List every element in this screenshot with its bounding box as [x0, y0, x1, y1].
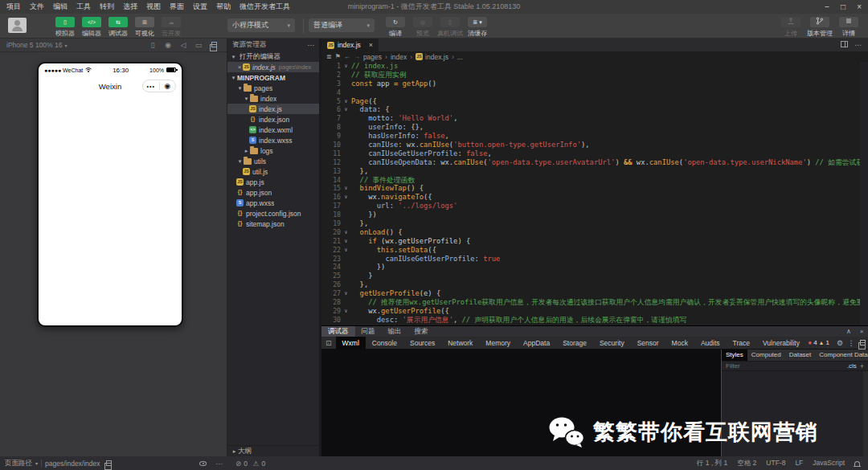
menu-界面[interactable]: 界面	[170, 2, 184, 12]
forward-icon[interactable]: →	[354, 53, 360, 60]
toolbar-button-版本管理[interactable]: 版本管理	[809, 17, 831, 38]
problems-summary[interactable]: ⊘ 0 ⚠ 0	[227, 460, 324, 468]
styles-tab-Dataset[interactable]: Dataset	[785, 349, 816, 361]
toolbar-button-详情[interactable]: 详情	[837, 17, 860, 38]
panel-tab-搜索[interactable]: 搜索	[408, 326, 435, 337]
close-capsule-icon[interactable]: ◉	[160, 82, 176, 90]
filter-input[interactable]	[726, 362, 844, 370]
mute-icon[interactable]: ◁	[177, 41, 190, 49]
minimize-button[interactable]: −	[825, 2, 829, 11]
menu-视图[interactable]: 视图	[146, 2, 161, 12]
maximize-button[interactable]: □	[841, 2, 845, 11]
tree-row-app.wxss[interactable]: Sapp.wxss	[227, 198, 319, 208]
panel-tab-问题[interactable]: 问题	[355, 326, 382, 337]
user-avatar[interactable]	[8, 18, 27, 33]
gear-icon[interactable]: ⚙	[834, 339, 845, 347]
capsule-menu[interactable]: ••• ◉	[142, 80, 176, 92]
tree-row-index.wxss[interactable]: Sindex.wxss	[227, 135, 319, 145]
close-tab-icon[interactable]: ×	[369, 41, 373, 49]
devtools-tab-Audits[interactable]: Audits	[694, 337, 727, 349]
eye-icon[interactable]	[199, 461, 207, 466]
dock-icon[interactable]	[857, 339, 868, 347]
menu-帮助[interactable]: 帮助	[216, 2, 231, 12]
fold-icon[interactable]: ∨	[341, 237, 351, 246]
tree-row-打开的编辑器[interactable]: ▾打开的编辑器	[227, 51, 319, 62]
split-editor-icon[interactable]	[841, 41, 848, 49]
tree-row-index.json[interactable]: {}index.json	[227, 114, 319, 125]
toolbar-button-可视化[interactable]: ⊞可视化	[133, 17, 156, 38]
tree-row-utils[interactable]: ▾utils	[227, 156, 319, 166]
tree-row-MINPROGRAM[interactable]: ▾MINPROGRAM	[227, 72, 319, 83]
minimap-scrollbar[interactable]	[860, 62, 868, 325]
menu-转到[interactable]: 转到	[100, 2, 114, 12]
mode-select[interactable]: 小程序模式 ▾	[227, 18, 295, 32]
devtools-tab-Security[interactable]: Security	[593, 337, 631, 349]
kebab-menu-icon[interactable]: ⋮	[845, 339, 857, 347]
cls-button[interactable]: .cls	[847, 362, 857, 370]
statusbar-item[interactable]: LF	[795, 459, 803, 468]
devtools-tab-Sensor[interactable]: Sensor	[631, 337, 665, 349]
toolbar-button-调试器[interactable]: ⇆调试器	[107, 17, 129, 38]
more-icon[interactable]: ⋯	[216, 460, 223, 468]
menu-设置[interactable]: 设置	[193, 2, 207, 12]
more-icon[interactable]: •••	[143, 84, 159, 89]
devtools-tab-Sources[interactable]: Sources	[403, 337, 441, 349]
outline-section[interactable]: ▸ 大纲	[227, 445, 319, 456]
tree-row-logs[interactable]: ▸logs	[227, 145, 319, 156]
device-selector[interactable]: iPhone 5 100% 16	[6, 41, 62, 49]
tree-row-index.js[interactable]: JSindex.js	[227, 104, 319, 114]
devtools-tab-Console[interactable]: Console	[366, 337, 403, 349]
tab-indexjs[interactable]: JS index.js ×	[321, 39, 379, 51]
devtools-tab-Trace[interactable]: Trace	[727, 337, 756, 349]
menu-微信开发者工具[interactable]: 微信开发者工具	[240, 2, 290, 12]
menu-工具[interactable]: 工具	[76, 2, 91, 12]
styles-scrollbar[interactable]	[863, 371, 868, 456]
record-icon[interactable]: ◉	[162, 41, 174, 49]
editor-more-icon[interactable]: ⋯	[854, 41, 862, 49]
close-button[interactable]: ×	[857, 2, 862, 11]
devtools-tab-Network[interactable]: Network	[441, 337, 479, 349]
toolbar-button-编译[interactable]: ↻编译	[384, 17, 407, 38]
fold-icon[interactable]: ∨	[341, 62, 351, 71]
devtools-tab-Memory[interactable]: Memory	[479, 337, 517, 349]
statusbar-item[interactable]: UTF-8	[766, 459, 785, 468]
tree-row-project.config.json[interactable]: {}project.config.json	[227, 208, 319, 219]
bell-icon[interactable]	[854, 461, 860, 466]
chevron-down-icon[interactable]: ▾	[35, 460, 38, 466]
tree-row-index.wxml[interactable]: <>index.wxml	[227, 125, 319, 135]
tree-row-index.js[interactable]: ×JSindex.jspages\index	[227, 62, 319, 72]
copy-icon[interactable]	[106, 460, 112, 466]
tree-row-util.js[interactable]: JSutil.js	[227, 166, 319, 177]
menu-选择[interactable]: 选择	[123, 2, 137, 12]
fold-icon[interactable]: ∨	[341, 105, 351, 114]
toolbar-button-编辑器[interactable]: </>编辑器	[80, 17, 103, 38]
device-screen[interactable]: ●●●●● WeChat 16:30 100% Weixin ••• ◉	[37, 62, 183, 327]
breadcrumb-item-...[interactable]: ...	[457, 53, 463, 61]
tree-row-sitemap.json[interactable]: {}sitemap.json	[227, 219, 319, 229]
breadcrumb-item-index[interactable]: index	[391, 53, 407, 61]
tree-row-index[interactable]: ▾index	[227, 93, 319, 104]
detach-window-icon[interactable]	[207, 41, 220, 49]
chevron-down-icon[interactable]: ▾	[64, 43, 67, 48]
error-badge[interactable]: ● 4 ▲ 1	[808, 339, 829, 346]
fold-icon[interactable]: ∨	[341, 307, 351, 316]
outline-icon[interactable]: ≣	[326, 53, 332, 60]
bookmark-icon[interactable]: ⚑	[335, 53, 341, 60]
panel-tab-输出[interactable]: 输出	[382, 326, 408, 337]
fold-icon[interactable]: ∨	[341, 184, 351, 193]
styles-tab-Computed[interactable]: Computed	[747, 349, 785, 361]
inspect-element-icon[interactable]: ⊡	[321, 339, 336, 347]
toolbar-button-清缓存[interactable]: ≣ ▾清缓存	[466, 17, 489, 38]
close-panel-icon[interactable]: ×	[855, 328, 868, 335]
fold-icon[interactable]: ∨	[341, 246, 351, 255]
breadcrumb-item-pages[interactable]: pages	[363, 53, 382, 61]
statusbar-item[interactable]: 空格 2	[737, 459, 756, 468]
device-frame-icon[interactable]: ▯	[146, 41, 159, 49]
fold-icon[interactable]: ∨	[341, 228, 351, 237]
devtools-tab-Vulnerability[interactable]: Vulnerability	[756, 337, 806, 349]
rotate-icon[interactable]: ▭	[192, 41, 205, 49]
statusbar-item[interactable]: JavaScript	[813, 459, 845, 468]
devtools-tab-Mock[interactable]: Mock	[665, 337, 694, 349]
fold-icon[interactable]: ∨	[341, 97, 351, 106]
fold-icon[interactable]: ∨	[341, 193, 351, 202]
